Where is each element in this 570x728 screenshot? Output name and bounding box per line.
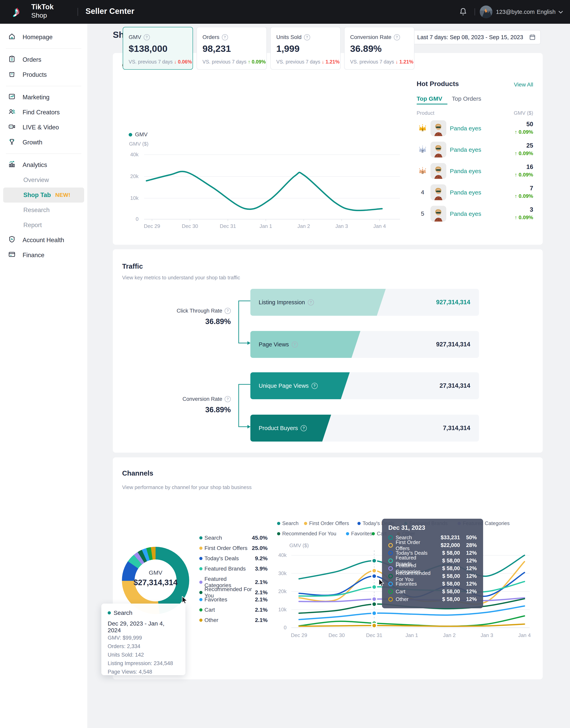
sidebar-item-orders[interactable]: Orders	[3, 52, 84, 67]
product-image	[431, 163, 446, 179]
help-icon[interactable]: ?	[301, 425, 307, 431]
axis-tick-label: 20k	[119, 173, 138, 179]
date-range-picker[interactable]: Last 7 days: Sep 08, 2023 - Sep 15, 2023	[412, 30, 541, 44]
help-icon[interactable]: ?	[292, 341, 298, 347]
funnel-label-text: Page Views	[259, 341, 289, 348]
hot-product-row[interactable]: 2Panda eyes25↑ 0.09%	[416, 139, 533, 160]
axis-tick-label: Dec 29	[140, 223, 164, 229]
hot-products-tab-top-gmv[interactable]: Top GMV	[416, 95, 442, 102]
sidebar-item-finance[interactable]: Finance	[3, 248, 84, 263]
product-name-link[interactable]: Panda eyes	[450, 146, 481, 153]
sidebar-item-products[interactable]: Products	[3, 67, 84, 82]
metric-card-orders[interactable]: Orders?98,231VS. previous 7 days ↑ 0.09%	[197, 27, 267, 70]
sidebar-item-research[interactable]: Research	[3, 202, 84, 218]
sidebar-item-account-health[interactable]: Account Health	[3, 233, 84, 248]
sidebar-item-analytics[interactable]: Analytics	[3, 157, 84, 172]
sidebar-item-shop-tab[interactable]: Shop TabNEW!	[3, 187, 84, 202]
legend-label: Search	[205, 535, 222, 541]
sidebar-item-label: Find Creators	[23, 109, 60, 116]
funnel-bar-value: 27,314,314	[440, 372, 470, 399]
metric-vs-row: VS. previous 7 days ↓ 1.21%	[276, 59, 340, 65]
metric-card-units-sold[interactable]: Units Sold?1,999VS. previous 7 days ↓ 1.…	[270, 27, 341, 70]
hot-product-row[interactable]: 3Panda eyes16↑ 0.09%	[416, 160, 533, 182]
help-icon[interactable]: ?	[311, 383, 318, 389]
creators-icon	[8, 108, 23, 117]
help-icon[interactable]: ?	[144, 34, 150, 40]
hot-products-tab-top-orders[interactable]: Top Orders	[452, 95, 481, 102]
funnel-bar-value: 7,314,314	[443, 415, 470, 442]
sidebar-item-growth[interactable]: Growth	[3, 135, 84, 150]
donut-legend-cart[interactable]: Cart2.1%	[199, 607, 268, 613]
donut-legend-featured-brands[interactable]: Featured Brands3.9%	[199, 566, 268, 572]
legend-label: Other	[205, 617, 218, 623]
sidebar-item-homepage[interactable]: Homepage	[3, 30, 84, 45]
sidebar-item-overview[interactable]: Overview	[3, 172, 84, 187]
product-name-link[interactable]: Panda eyes	[450, 168, 481, 174]
product-name-link[interactable]: Panda eyes	[450, 125, 481, 132]
view-all-link[interactable]: View All	[494, 81, 533, 88]
bell-icon[interactable]	[459, 7, 468, 17]
metric-value: 98,231	[203, 43, 231, 54]
donut-legend-first-order-offers[interactable]: First Order Offers25.0%	[199, 545, 268, 551]
account-email[interactable]: 123@byte.com	[496, 9, 535, 15]
traffic-title: Traffic	[122, 262, 143, 270]
axis-tick-label: Dec 30	[325, 632, 348, 638]
metric-card-gmv[interactable]: GMV?$138,000VS. previous 7 days ↓ 0.06%	[123, 27, 193, 70]
tooltip-series-dot	[388, 589, 393, 594]
product-gmv-value: 3	[494, 206, 533, 213]
chevron-down-icon[interactable]	[558, 10, 563, 15]
line-legend-search[interactable]: Search	[277, 520, 298, 527]
legend-pct: 45.0%	[252, 535, 268, 541]
tooltip-series-dot	[388, 543, 393, 548]
product-image	[431, 206, 446, 221]
metric-card-conversion-rate[interactable]: Conversion Rate?36.89%VS. previous 7 day…	[344, 27, 414, 70]
help-icon[interactable]: ?	[225, 396, 231, 402]
line-legend-recommended-for-you[interactable]: Recommended For You	[277, 531, 336, 537]
rank-number: 4	[421, 189, 424, 196]
language-selector[interactable]: English	[537, 9, 556, 15]
help-icon[interactable]: ?	[222, 34, 228, 40]
hot-product-row[interactable]: 5Panda eyes3↑ 0.09%	[416, 203, 533, 224]
product-gmv-delta: ↑ 0.09%	[494, 172, 533, 178]
product-name-link[interactable]: Panda eyes	[450, 210, 481, 217]
hot-product-row[interactable]: 1Panda eyes50↑ 0.09%	[416, 117, 533, 139]
home-icon	[8, 32, 23, 42]
sidebar-item-live-video[interactable]: LIVE & Video	[3, 120, 84, 135]
donut-legend-search[interactable]: Search45.0%	[199, 535, 268, 541]
legend-pct: 2.1%	[255, 607, 268, 613]
app-title: Seller Center	[85, 7, 134, 16]
sidebar-item-report[interactable]: Report	[3, 218, 84, 233]
line-legend-favorites[interactable]: Favorites	[346, 531, 372, 537]
product-name-link[interactable]: Panda eyes	[450, 189, 481, 196]
tooltip-series-value: $ 58,00	[430, 550, 460, 556]
metric-delta: ↓ 1.21%	[322, 59, 339, 64]
sidebar-divider	[6, 86, 81, 86]
funnel-bar-label: Listing Impression?	[259, 289, 314, 316]
legend-dot	[199, 581, 203, 584]
tooltip-series-pct: 12%	[460, 565, 477, 572]
line-legend-first-order-offers[interactable]: First Order Offers	[304, 520, 349, 527]
sidebar-item-marketing[interactable]: Marketing	[3, 90, 84, 105]
help-icon[interactable]: ?	[304, 34, 310, 40]
help-icon[interactable]: ?	[394, 34, 400, 40]
help-icon[interactable]: ?	[225, 308, 231, 314]
donut-legend-favorites[interactable]: Favorites2.1%	[199, 597, 268, 603]
legend-label: First Order Offers	[205, 545, 247, 551]
tooltip-series-dot	[388, 574, 393, 579]
sidebar-item-find-creators[interactable]: Find Creators	[3, 105, 84, 120]
sidebar-divider	[6, 153, 81, 154]
help-icon[interactable]: ?	[308, 299, 314, 305]
sidebar-item-label: Growth	[23, 139, 42, 146]
donut-legend-today-s-deals[interactable]: Today's Deals9.2%	[199, 555, 268, 562]
hot-product-row[interactable]: 4Panda eyes7↑ 0.09%	[416, 182, 533, 203]
rank-indicator: 1	[416, 117, 429, 139]
donut-legend-other[interactable]: Other2.1%	[199, 617, 268, 623]
avatar[interactable]	[480, 6, 493, 18]
tiktok-logo-icon[interactable]: ♪ ♪ ♪	[13, 3, 28, 21]
brand-text[interactable]: TikTok Shop	[31, 3, 54, 19]
metric-vs-text: VS. previous 7 days	[350, 59, 395, 64]
axis-tick-label: Jan 3	[330, 223, 353, 229]
legend-dot	[199, 619, 203, 622]
axis-tick-label: 10k	[267, 607, 287, 613]
axis-tick-label: Jan 1	[400, 632, 423, 638]
